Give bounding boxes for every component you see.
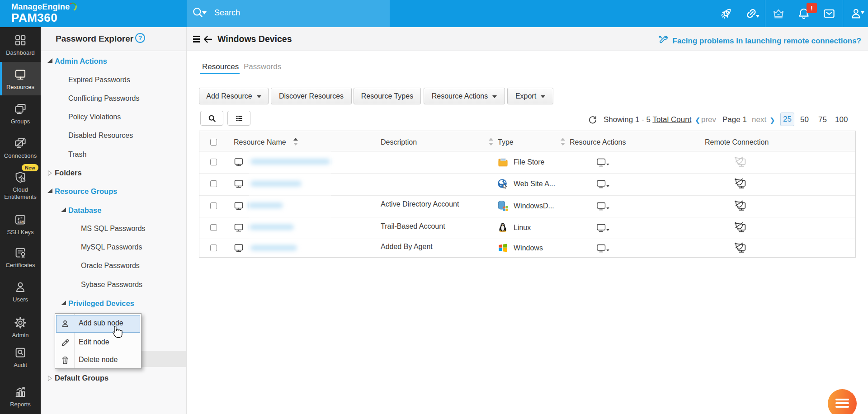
- svg-text:SSH: SSH: [18, 220, 24, 223]
